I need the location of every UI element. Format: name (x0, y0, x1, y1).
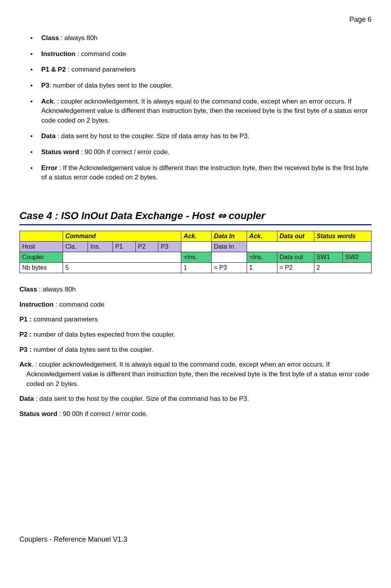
term: Instruction (41, 50, 75, 58)
def-item: Class : always 80h (19, 285, 372, 295)
bottom-definition-list: Class : always 80h Instruction : command… (19, 285, 372, 419)
sep: : (66, 66, 71, 73)
list-item: Class : always 80h (30, 33, 372, 43)
term: Instruction (19, 301, 54, 308)
def-item: Data : data sent to the host by the coup… (19, 394, 372, 404)
list-item: Ack. : coupler acknowledgement. It is al… (30, 97, 372, 126)
list-item: P1 & P2 : command parameters (30, 65, 372, 75)
cell (247, 242, 371, 252)
def-item: P2 : number of data bytes expected from … (19, 330, 372, 340)
term: P3 : (19, 346, 32, 353)
term: P2 : (19, 331, 32, 338)
cell: Data out (277, 252, 314, 263)
term: P3 (41, 82, 49, 89)
hdr-data-in: Data In (211, 231, 247, 242)
def-item: Instruction : command code (19, 300, 372, 310)
desc: number of data bytes sent to the coupler… (33, 346, 153, 353)
cell (211, 252, 247, 263)
cell: P2 (135, 242, 158, 252)
sep: . : (53, 98, 61, 105)
desc: 90 00h if correct / error code. (84, 148, 169, 156)
cell: 1 (247, 263, 277, 273)
sep: . : (32, 361, 39, 368)
term: Ack (19, 361, 32, 368)
sep: : (75, 50, 81, 58)
cell: 2 (314, 263, 371, 273)
sep: : (58, 164, 63, 172)
sep: : (59, 34, 64, 42)
protocol-table: Command Ack. Data In Ack. Data out Statu… (19, 231, 372, 273)
list-item: P3: number of data bytes sent to the cou… (30, 81, 372, 91)
desc: 90 00h if correct / error code. (63, 410, 147, 418)
term: P1 & P2 (41, 66, 66, 73)
hdr-ack1: Ack. (181, 231, 211, 242)
cell (63, 252, 181, 263)
def-item: Ack. : coupler acknowledgement. It is al… (26, 360, 372, 389)
table-coupler-row: Coupler =Ins. =Ins. Data out SW1 SW2 (20, 252, 372, 263)
sep: : (56, 132, 61, 140)
def-item: Status word : 90 00h if correct / error … (19, 409, 372, 419)
desc: command parameters (71, 66, 135, 73)
list-item: Status word : 90 00h if correct / error … (30, 147, 372, 157)
table-header-row: Command Ack. Data In Ack. Data out Statu… (20, 231, 372, 242)
term: Ack (41, 98, 53, 105)
term: Status word (19, 410, 57, 418)
def-item: P3 : number of data bytes sent to the co… (19, 345, 372, 355)
sep: : (54, 301, 59, 308)
hdr-command: Command (63, 231, 181, 242)
desc: command code (59, 301, 104, 308)
hdr-ack2: Ack. (247, 231, 277, 242)
cell: SW1 (314, 252, 343, 263)
desc: data sent to the host by the coupler. Si… (39, 395, 249, 402)
cell: Host (20, 242, 63, 252)
sep: : (34, 395, 39, 402)
sep: : (57, 410, 63, 418)
desc: If the Acknowledgement value is differen… (41, 164, 368, 181)
desc: coupler acknowledgement. It is always eq… (41, 98, 368, 124)
desc: always 80h (65, 34, 98, 42)
cell: Coupler (20, 252, 63, 263)
cell: Cla. (63, 242, 88, 252)
page-number: Page 6 (19, 16, 372, 24)
sep: : (79, 148, 84, 156)
cell: 5 (63, 263, 181, 273)
hdr-data-out: Data out (277, 231, 314, 242)
cell: 1 (181, 263, 211, 273)
cell: SW2 (343, 252, 372, 263)
list-item: Data : data sent by host to the coupler.… (30, 132, 372, 141)
list-item: Instruction : command code (30, 49, 372, 59)
top-definition-list: Class : always 80h Instruction : command… (19, 33, 372, 183)
cell: = P3 (211, 263, 247, 273)
desc: always 80h (43, 286, 76, 293)
page-footer: Couplers - Reference Manuel V1.3 (19, 535, 372, 544)
desc: command parameters (33, 316, 98, 323)
term: Data (19, 395, 34, 402)
cell: P1 (112, 242, 135, 252)
section-underline (19, 224, 372, 225)
def-item: P1 : command parameters (19, 315, 372, 325)
section-heading: Case 4 : ISO InOut Data Exchange - Host … (19, 210, 372, 222)
cell: =Ins. (247, 252, 277, 263)
term: Class (41, 34, 59, 42)
cell: =Ins. (181, 252, 211, 263)
desc: number of data bytes sent to the coupler… (53, 82, 173, 89)
term: Error (41, 164, 58, 172)
term: Class (19, 286, 37, 293)
term: P1 : (19, 316, 32, 323)
desc: coupler acknowledgement. It is always eq… (26, 361, 369, 387)
table-nbbytes-row: Nb bytes 5 1 = P3 1 = P2 2 (20, 263, 372, 273)
cell (181, 242, 211, 252)
desc: number of data bytes expected from the c… (33, 331, 175, 338)
sep: : (49, 82, 53, 89)
sep: : (37, 286, 42, 293)
list-item: Error : If the Acknowledgement value is … (30, 163, 372, 183)
desc: data sent by host to the coupler. Size o… (61, 132, 249, 140)
term: Status word (41, 148, 79, 156)
cell: Data In (211, 242, 247, 252)
term: Data (41, 132, 56, 140)
desc: command code (81, 50, 126, 58)
cell: Ins. (88, 242, 113, 252)
cell: = P2 (277, 263, 314, 273)
table-host-row: Host Cla. Ins. P1 P2 P3 Data In (20, 242, 372, 252)
cell: Nb bytes (20, 263, 63, 273)
